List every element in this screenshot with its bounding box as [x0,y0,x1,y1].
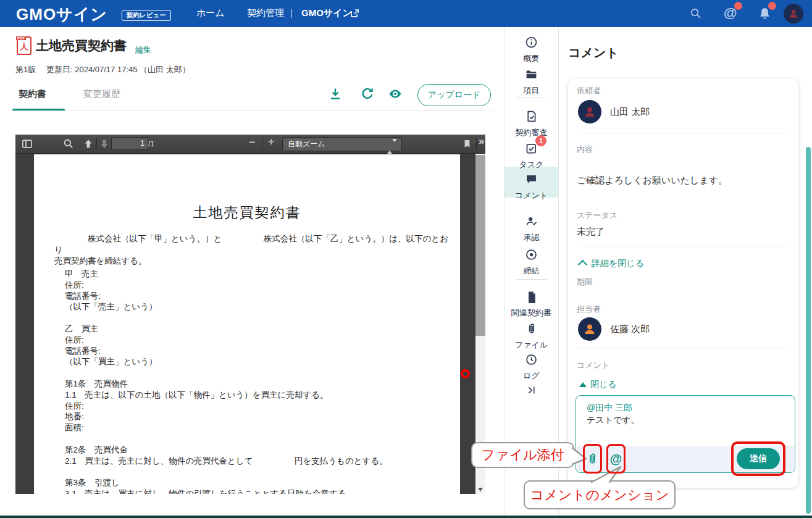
external-link-icon[interactable] [349,8,360,19]
folder-icon [525,68,538,81]
requester-avatar [578,100,601,123]
comment-section-label: コメント [577,360,609,371]
rail-item-files[interactable]: ファイル [504,322,558,351]
rail-item-approval[interactable]: 承認 [504,215,558,243]
triangle-up-icon [579,382,587,387]
scroll-down-arrow-icon[interactable] [478,488,483,491]
deadline-label: 期限 [577,277,593,288]
toolbar-separator [262,138,263,150]
window-bottom-border [0,516,812,518]
person-icon [787,7,800,20]
panel-scrollbar-thumb[interactable] [806,147,811,514]
document-icon [525,290,538,303]
assignee-name: 佐藤 次郎 [610,324,650,335]
nav-home[interactable]: ホーム [196,7,225,19]
download-icon[interactable] [328,86,343,101]
rail-item-log[interactable]: ログ [504,353,558,382]
updated-label: 更新日: 2024/07/17 17:45 （山田 太郎） [46,64,190,75]
attach-file-icon[interactable] [586,451,599,466]
pdf-file-icon: PDF 人 [17,36,31,55]
clock-icon [525,353,538,366]
status-value: 未完了 [577,226,605,238]
requester-name: 山田 太郎 [610,106,650,118]
rail-collapse-button[interactable] [504,384,558,399]
comment-mention-text: @田中 三郎 [587,403,632,414]
person-icon [582,322,597,336]
refresh-icon[interactable] [360,86,375,101]
rail-label: 概要 [504,53,558,64]
select-spinner-icon [387,140,397,153]
contract-body: 甲 売主 住所: 電話番号: （以下「売主」という） 乙 買主 住所: 電話番号… [65,269,448,494]
rail-label: ファイル [504,340,558,351]
rail-label: 締結 [504,265,558,277]
panel-divider [577,348,787,348]
zoom-select-value: 自動ズーム [288,140,325,148]
page-total-label: /1 [148,140,154,148]
zoom-in-icon[interactable]: + [268,136,275,149]
comment-position-marker[interactable] [461,369,470,378]
user-avatar[interactable] [784,4,803,23]
rail-item-tasks[interactable]: タスク [504,142,558,170]
person-check-icon [525,215,538,228]
rail-item-related-contracts[interactable]: 関連契約書 [504,290,558,319]
rail-item-comments[interactable]: コメント [504,173,558,201]
paperclip-icon [525,322,538,335]
zoom-out-icon[interactable]: − [249,136,256,149]
nav-gmosign[interactable]: GMOサイン [301,7,352,19]
rail-label: ログ [504,370,558,382]
page-down-icon[interactable] [98,138,111,150]
toolbar-separator [476,138,477,150]
page-up-icon[interactable] [82,138,94,150]
details-toggle-link[interactable]: 詳細を閉じる [592,258,644,269]
page-number-input[interactable]: 1 [111,137,148,150]
comment-collapse-link[interactable]: 閉じる [590,379,617,390]
rail-item-conclusion[interactable]: 締結 [504,248,558,277]
attach-file-highlight [583,444,602,474]
callout-file-attach: ファイル添付 [471,442,574,468]
content-text: ご確認よろしくお願いいたします。 [577,175,727,186]
version-label: 第1版 [15,64,36,75]
collapse-panel-icon [525,384,538,396]
search-icon[interactable] [689,7,702,20]
upload-button[interactable]: アップロード [417,84,491,106]
toolbar-more-icon[interactable]: » [479,135,484,148]
panel-title: コメント [568,44,619,61]
nav-contract-management[interactable]: 契約管理 [247,7,284,19]
rail-label: 項目 [504,85,558,96]
mentions-notification-dot [734,2,742,10]
document-check-icon [525,110,538,123]
rail-item-contract-review[interactable]: 契約審査 [504,110,558,138]
send-highlight: 送信 [731,441,785,476]
preview-eye-icon[interactable] [387,86,403,101]
nav-separator: | [290,7,293,18]
rail-item-fields[interactable]: 項目 [504,68,558,96]
target-icon [525,248,538,261]
edit-link[interactable]: 編集 [135,44,151,56]
rail-label: 承認 [504,232,558,243]
top-header: GMOサイン 契約レビュー ホーム 契約管理 | GMOサイン @ [0,0,812,27]
rail-item-overview[interactable]: 概要 [504,36,558,64]
pdf-page: 土地売買契約書 株式会社（以下「甲」という。）と 株式会社（以下「乙」という。）… [34,154,460,494]
zoom-select[interactable]: 自動ズーム [282,137,402,151]
pdf-search-icon[interactable] [62,138,74,149]
tab-contract[interactable]: 契約書 [19,88,46,100]
mention-at-icon[interactable]: @ [610,452,622,466]
send-button[interactable]: 送信 [737,448,780,469]
app-window: GMOサイン 契約レビュー ホーム 契約管理 | GMOサイン @ PDF 人 … [0,0,812,518]
bell-notification-dot [768,2,776,10]
tab-change-history[interactable]: 変更履歴 [83,88,120,100]
sidebar-toggle-icon[interactable] [21,138,33,150]
contract-title: 土地売買契約書 [34,204,460,221]
content-label: 内容 [577,144,593,155]
bookmark-icon[interactable] [462,138,472,149]
pdf-scrollbar-thumb[interactable] [475,155,485,336]
callout-comment-mention: コメントのメンション [524,480,676,509]
rail-divider [516,279,547,280]
rail-label: コメント [504,190,558,201]
mention-highlight: @ [606,444,626,474]
status-label: ステータス [577,210,617,221]
app-logo[interactable]: GMOサイン [16,4,107,25]
tab-divider [12,111,494,111]
assignee-label: 担当者 [577,304,601,315]
comment-draft-text: テストです。 [587,415,640,426]
